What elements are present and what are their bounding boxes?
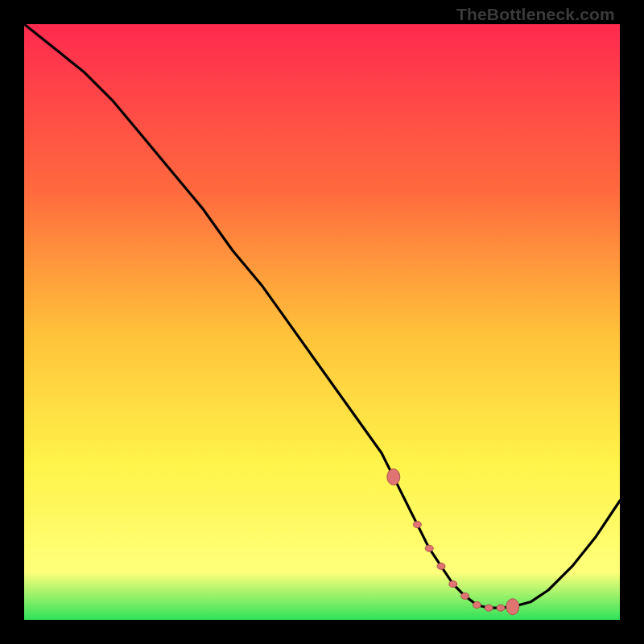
chart-svg	[24, 24, 620, 620]
data-marker	[413, 522, 421, 528]
data-marker	[473, 602, 481, 609]
data-marker	[506, 599, 519, 615]
data-marker	[485, 605, 493, 611]
data-marker	[387, 469, 400, 485]
data-marker	[437, 563, 445, 569]
gradient-background	[24, 24, 620, 620]
data-marker	[425, 545, 433, 551]
data-marker	[461, 592, 469, 599]
chart-plot-area	[24, 24, 620, 620]
data-marker	[449, 581, 457, 588]
data-marker	[497, 605, 505, 611]
watermark-text: TheBottleneck.com	[456, 5, 615, 24]
